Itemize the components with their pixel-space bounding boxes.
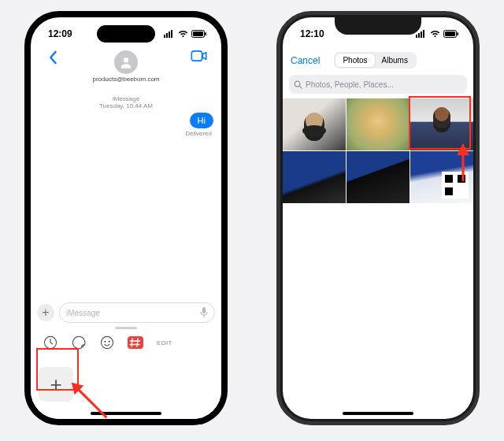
delivered-label: Delivered [39, 130, 213, 137]
battery-icon [191, 30, 207, 38]
screen-left: 12:09 products@beebom.com [31, 17, 221, 419]
messages-nav: products@beebom.com [31, 50, 221, 91]
create-sticker-button[interactable]: + [39, 367, 73, 402]
svg-rect-0 [164, 35, 165, 38]
photo-thumb-3[interactable] [410, 98, 473, 150]
svg-rect-8 [191, 51, 202, 61]
mic-icon [200, 307, 208, 318]
sticker-icon [72, 335, 86, 350]
picker-nav: Cancel Photos Albums [283, 50, 473, 75]
svg-rect-5 [193, 32, 203, 36]
svg-rect-2 [169, 32, 170, 38]
compose-placeholder: iMessage [66, 309, 100, 317]
picker-segmented[interactable]: Photos Albums [334, 52, 417, 69]
search-placeholder: Photos, People, Places... [306, 80, 394, 89]
back-button[interactable] [39, 50, 67, 65]
status-time: 12:09 [48, 28, 72, 39]
photo-grid [283, 98, 473, 203]
memoji-app[interactable] [98, 334, 116, 351]
compose-field[interactable]: iMessage [59, 302, 215, 323]
svg-point-14 [109, 341, 110, 343]
battery-icon [443, 30, 459, 38]
svg-point-13 [104, 341, 106, 343]
svg-line-26 [299, 86, 302, 88]
edit-apps-button[interactable]: EDIT [157, 339, 172, 346]
signal-icon [164, 30, 175, 38]
svg-rect-3 [171, 30, 172, 38]
recents-app[interactable] [42, 334, 59, 351]
cancel-button[interactable]: Cancel [291, 55, 320, 66]
home-indicator[interactable] [343, 412, 413, 415]
svg-rect-6 [205, 32, 206, 35]
screen-right: 12:10 Cancel Photos Albums Photos, Peopl… [283, 17, 473, 419]
images-app[interactable] [127, 334, 144, 351]
svg-rect-20 [421, 32, 422, 38]
svg-rect-18 [416, 35, 417, 38]
svg-rect-19 [418, 33, 420, 38]
photo-thumb-1[interactable] [283, 98, 346, 150]
dynamic-island [97, 25, 155, 43]
attach-button[interactable]: + [37, 304, 54, 321]
hashtag-icon [128, 336, 143, 349]
picker-empty-space [283, 203, 473, 419]
photo-thumb-4[interactable] [283, 151, 346, 203]
plus-icon: + [42, 306, 49, 320]
keyboard-area: + [31, 358, 221, 419]
contact-avatar[interactable] [114, 50, 138, 74]
svg-rect-23 [445, 32, 455, 36]
svg-rect-21 [423, 30, 424, 38]
plus-icon: + [50, 372, 61, 397]
svg-rect-9 [202, 307, 206, 313]
svg-rect-1 [166, 33, 168, 38]
status-icons [164, 30, 207, 38]
video-icon [191, 50, 208, 61]
search-icon [294, 80, 302, 89]
svg-point-12 [101, 336, 113, 348]
status-time: 12:10 [300, 28, 324, 39]
photo-thumb-6[interactable] [410, 151, 473, 203]
svg-rect-15 [128, 336, 143, 349]
stickers-app[interactable] [70, 334, 87, 351]
home-indicator[interactable] [91, 412, 161, 415]
person-icon [119, 55, 133, 69]
compose-bar: + iMessage [31, 298, 221, 324]
svg-rect-24 [457, 32, 458, 35]
wifi-icon [430, 30, 440, 38]
clock-icon [43, 335, 57, 350]
contact-name: products@beebom.com [92, 76, 159, 83]
iphone-right: 12:10 Cancel Photos Albums Photos, Peopl… [276, 11, 480, 425]
photo-thumb-2[interactable] [346, 98, 410, 150]
sent-bubble[interactable]: Hi [190, 113, 213, 128]
smile-icon [100, 335, 114, 350]
picker-search[interactable]: Photos, People, Places... [289, 75, 467, 94]
status-icons [416, 30, 459, 38]
wifi-icon [178, 30, 188, 38]
qr-icon [442, 172, 469, 198]
svg-point-7 [124, 57, 128, 62]
notch [335, 17, 421, 35]
thread-timestamp: iMessage Tuesday, 10:44 AM [39, 95, 213, 109]
app-strip: EDIT [31, 334, 221, 358]
sheet-grabber[interactable] [115, 327, 137, 329]
segment-albums[interactable]: Albums [375, 54, 415, 67]
facetime-button[interactable] [185, 50, 213, 61]
message-thread[interactable]: iMessage Tuesday, 10:44 AM Hi Delivered [31, 91, 221, 298]
segment-photos[interactable]: Photos [335, 54, 374, 67]
photo-thumb-5[interactable] [346, 151, 410, 203]
chevron-left-icon [47, 50, 58, 65]
iphone-left: 12:09 products@beebom.com [24, 11, 228, 425]
